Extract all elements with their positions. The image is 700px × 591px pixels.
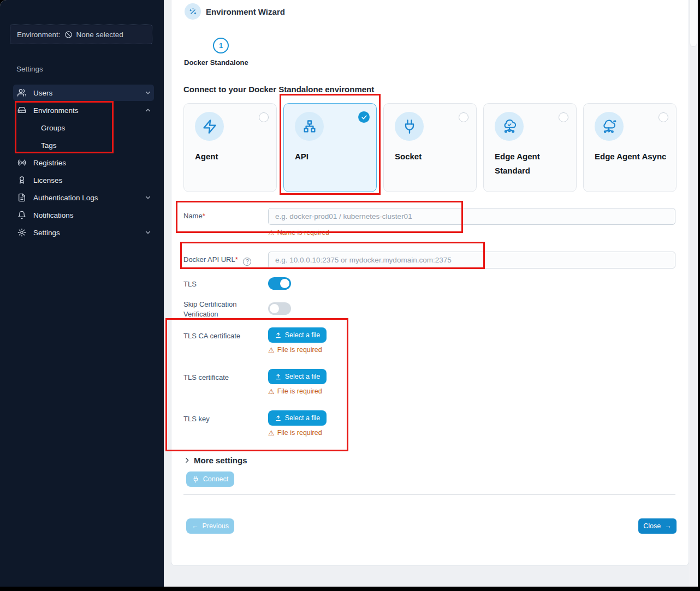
tls-certificate-label: TLS certificate	[183, 373, 229, 381]
sidebar-item-label: Notifications	[33, 211, 152, 219]
skip-cert-verification-label: Skip Certification Verification	[183, 300, 249, 319]
scrollbar-track[interactable]	[689, 0, 698, 587]
sidebar-item-users[interactable]: Users	[0, 84, 164, 102]
sidebar-item-label: Tags	[41, 141, 57, 150]
close-button[interactable]: Close →	[638, 518, 677, 534]
award-icon	[17, 176, 26, 184]
option-card-agent[interactable]: Agent	[183, 103, 277, 192]
option-card-api[interactable]: API	[283, 103, 377, 192]
cloud-network-icon	[495, 112, 524, 141]
upload-icon	[275, 373, 282, 380]
lightning-icon	[195, 112, 224, 141]
sidebar-item-label: Registries	[33, 159, 152, 167]
users-icon	[17, 88, 26, 97]
app-window: Environment: None selected Settings User…	[0, 0, 698, 587]
sidebar-section-title: Settings	[16, 65, 43, 73]
tls-key-file-error: ⚠ File is required	[268, 429, 322, 437]
sidebar: Environment: None selected Settings User…	[0, 0, 164, 587]
option-card-edge-agent-standard[interactable]: Edge Agent Standard	[483, 103, 577, 192]
required-asterisk: *	[203, 212, 205, 220]
tls-cert-select-file-button[interactable]: Select a file	[268, 369, 327, 384]
tls-key-select-file-button[interactable]: Select a file	[268, 410, 327, 426]
option-card-edge-agent-async[interactable]: Edge Agent Async	[583, 103, 677, 192]
tls-ca-select-file-button[interactable]: Select a file	[268, 327, 327, 343]
sidebar-item-tags[interactable]: Tags	[0, 136, 164, 154]
gear-icon	[17, 228, 26, 237]
scrollbar-thumb[interactable]	[690, 0, 697, 47]
previous-button[interactable]: ← Previous	[186, 518, 234, 534]
warning-icon: ⚠	[268, 429, 275, 437]
chevron-right-icon	[183, 457, 191, 464]
arrow-right-icon: →	[665, 522, 672, 530]
sidebar-item-settings[interactable]: Settings	[0, 224, 164, 241]
skip-cert-verification-toggle[interactable]	[268, 302, 291, 315]
sidebar-item-label: Authentication Logs	[33, 194, 144, 202]
sidebar-item-label: Users	[33, 89, 144, 97]
upload-icon	[275, 332, 282, 339]
sidebar-item-licenses[interactable]: Licenses	[0, 171, 164, 189]
environment-selector-value: None selected	[76, 31, 123, 39]
upload-icon	[275, 415, 282, 422]
environment-selector-prefix: Environment:	[17, 31, 61, 39]
sidebar-item-groups[interactable]: Groups	[0, 119, 164, 136]
radio-unselected[interactable]	[459, 112, 468, 122]
sidebar-item-notifications[interactable]: Notifications	[0, 206, 164, 224]
arrow-left-icon: ←	[192, 522, 199, 530]
option-card-label: Edge Agent Standard	[495, 150, 568, 178]
plug-icon	[192, 476, 199, 483]
sidebar-item-authentication-logs[interactable]: Authentication Logs	[0, 189, 164, 206]
section-heading: Connect to your Docker Standalone enviro…	[183, 85, 374, 94]
step-indicator: 1	[213, 38, 229, 53]
broadcast-icon	[17, 158, 26, 167]
docker-api-url-label: Docker API URL* ?	[183, 255, 251, 266]
sidebar-item-label: Groups	[41, 124, 65, 132]
step-label: Docker Standalone	[184, 58, 248, 67]
sidebar-nav: Users Environments Groups Tags Registrie…	[0, 84, 164, 241]
page-title: Environment Wizard	[206, 7, 285, 16]
warning-icon: ⚠	[268, 388, 275, 395]
sidebar-item-label: Settings	[33, 229, 144, 237]
name-error: ⚠ Name is required	[268, 229, 329, 236]
file-text-icon	[17, 193, 26, 202]
option-card-label: Edge Agent Async	[595, 150, 668, 164]
tls-ca-certificate-label: TLS CA certificate	[183, 332, 240, 340]
radio-unselected[interactable]	[259, 112, 269, 122]
tls-label: TLS	[183, 280, 197, 288]
tls-cert-file-error: ⚠ File is required	[268, 387, 322, 395]
name-label: Name*	[183, 212, 205, 220]
cloud-network-async-icon	[595, 112, 624, 141]
tls-ca-file-error: ⚠ File is required	[268, 346, 322, 354]
name-input[interactable]	[268, 208, 675, 225]
tls-key-label: TLS key	[183, 415, 210, 423]
hard-drive-icon	[17, 106, 26, 115]
connect-button[interactable]: Connect	[186, 471, 234, 487]
check-badge-icon	[358, 111, 370, 123]
option-card-label: Socket	[395, 150, 468, 164]
radio-unselected[interactable]	[559, 112, 568, 122]
chevron-up-icon	[144, 106, 152, 114]
chevron-down-icon	[144, 89, 152, 97]
chevron-down-icon	[144, 229, 152, 236]
bell-icon	[17, 211, 26, 219]
divider	[183, 494, 675, 495]
toggle-knob	[280, 279, 289, 288]
plug-icon	[395, 112, 424, 141]
radio-unselected[interactable]	[659, 112, 668, 122]
sidebar-item-environments[interactable]: Environments	[0, 102, 164, 119]
sidebar-item-registries[interactable]: Registries	[0, 154, 164, 171]
docker-api-url-input[interactable]	[268, 252, 675, 268]
warning-icon: ⚠	[268, 229, 275, 236]
option-card-label: API	[295, 150, 368, 164]
required-asterisk: *	[235, 255, 238, 264]
help-icon[interactable]: ?	[243, 258, 251, 266]
tls-toggle[interactable]	[268, 277, 291, 290]
sidebar-item-label: Licenses	[33, 176, 152, 184]
more-settings-expander[interactable]: More settings	[183, 456, 247, 465]
environment-selector[interactable]: Environment: None selected	[10, 25, 152, 44]
toggle-knob	[270, 304, 279, 313]
step-number: 1	[219, 41, 223, 50]
option-card-label: Agent	[195, 150, 268, 164]
ban-icon	[64, 31, 73, 39]
option-card-socket[interactable]: Socket	[383, 103, 477, 192]
sitemap-icon	[295, 112, 324, 141]
